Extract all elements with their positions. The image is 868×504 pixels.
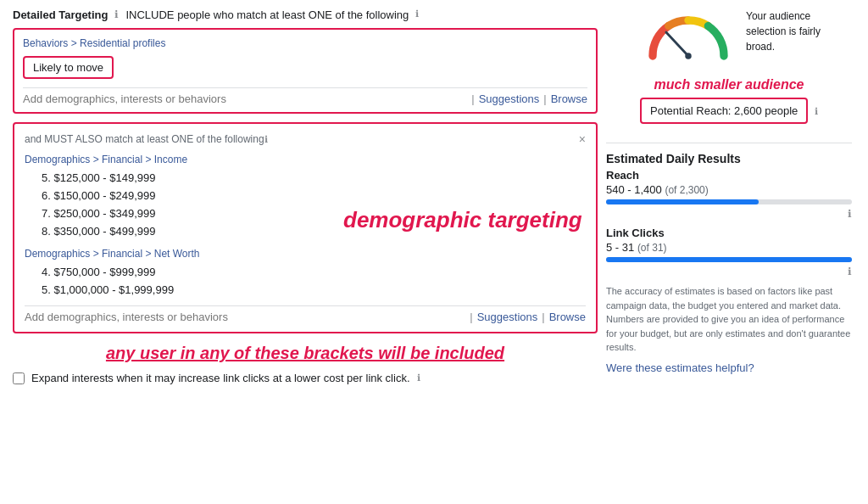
behaviors-link[interactable]: Behaviors > Residential profiles [23, 37, 165, 49]
behavioral-search-input[interactable] [23, 92, 467, 105]
svg-line-0 [666, 32, 688, 56]
income-item-1: 5. $125,000 - $149,999 [42, 169, 586, 187]
net-worth-breadcrumb-link[interactable]: Demographics > Financial > Net Worth [25, 248, 200, 260]
reach-values: 540 - 1,400 (of 2,300) [606, 183, 852, 196]
clicks-label: Link Clicks [606, 227, 852, 239]
likely-to-move-tag[interactable]: Likely to move [23, 56, 114, 79]
clicks-values: 5 - 31 (of 31) [606, 241, 852, 254]
must-match-search-row: | Suggestions | Browse [25, 305, 586, 323]
behavioral-browse-link[interactable]: Browse [551, 92, 587, 105]
expand-interests-checkbox[interactable] [13, 372, 25, 384]
net-worth-item-2: 5. $1,000,000 - $1,999,999 [42, 281, 586, 299]
reach-label: Reach [606, 169, 852, 182]
net-worth-items-list: 4. $750,000 - $999,999 5. $1,000,000 - $… [42, 263, 586, 299]
behavioral-search-row: | Suggestions | Browse [23, 87, 587, 105]
expand-info-icon[interactable]: ℹ [417, 372, 420, 384]
reach-range: 540 - 1,400 [606, 183, 662, 196]
bottom-annotation: any user in any of these brackets will b… [13, 344, 598, 363]
must-match-search-input[interactable] [25, 311, 465, 323]
gauge-svg [637, 8, 739, 68]
clicks-info-row: ℹ [606, 266, 852, 277]
clicks-info-icon[interactable]: ℹ [848, 266, 852, 277]
reach-progress-bar [606, 199, 852, 204]
estimates-helpful-link[interactable]: Were these estimates helpful? [606, 361, 754, 374]
net-worth-breadcrumb: Demographics > Financial > Net Worth [25, 247, 586, 260]
detailed-targeting-label: Detailed Targeting [13, 8, 108, 21]
estimated-daily-title: Estimated Daily Results [606, 152, 852, 165]
income-breadcrumb: Demographics > Financial > Income [25, 153, 586, 165]
reach-progress-fill [606, 199, 759, 204]
right-panel: Your audience selection is fairly broad.… [606, 8, 852, 384]
must-match-suggestions-link[interactable]: Suggestions [477, 311, 538, 323]
income-item-2: 6. $150,000 - $249,999 [42, 187, 586, 204]
demographic-annotation: demographic targeting [343, 207, 582, 233]
clicks-progress-bar [606, 257, 852, 262]
audience-selection-text: Your audience selection is fairly broad. [746, 8, 821, 54]
must-match-divider2: | [542, 311, 544, 323]
expand-interests-label: Expand interests when it may increase li… [31, 372, 410, 384]
audience-text: Your audience selection is fairly broad. [746, 10, 821, 53]
left-panel: Detailed Targeting ℹ INCLUDE people who … [13, 8, 598, 384]
clicks-range: 5 - 31 [606, 241, 634, 254]
gauge-container [637, 8, 739, 70]
reach-info-icon[interactable]: ℹ [848, 208, 852, 220]
behavioral-suggestions-link[interactable]: Suggestions [479, 92, 540, 105]
targeting-header: Detailed Targeting ℹ INCLUDE people who … [13, 8, 598, 21]
estimated-daily-section: Estimated Daily Results Reach 540 - 1,40… [606, 143, 852, 374]
include-text: INCLUDE people who match at least ONE of… [125, 8, 409, 21]
search-divider: | [471, 92, 474, 105]
include-info-icon[interactable]: ℹ [415, 8, 419, 20]
potential-reach-box: Potential Reach: 2,600 people [640, 98, 808, 124]
income-breadcrumb-link[interactable]: Demographics > Financial > Income [25, 154, 187, 165]
search-divider2: | [543, 92, 546, 105]
clicks-of: (of 31) [637, 242, 667, 254]
much-smaller-label: much smaller audience [606, 77, 852, 92]
reach-info-row: ℹ [606, 208, 852, 220]
gauge-row: Your audience selection is fairly broad. [606, 8, 852, 70]
behavioral-breadcrumb: Behaviors > Residential profiles [23, 36, 587, 49]
must-match-browse-link[interactable]: Browse [549, 311, 586, 323]
reach-of: (of 2,300) [665, 184, 708, 196]
expand-interests-row: Expand interests when it may increase li… [13, 372, 598, 384]
must-match-header: and MUST ALSO match at least ONE of the … [25, 132, 586, 146]
must-match-text: and MUST ALSO match at least ONE of the … [25, 133, 264, 145]
detailed-targeting-info-icon[interactable]: ℹ [114, 8, 119, 20]
clicks-progress-fill [606, 257, 852, 262]
must-match-info-icon[interactable]: ℹ [264, 134, 268, 145]
svg-point-1 [685, 53, 691, 59]
must-match-close-button[interactable]: × [579, 132, 586, 146]
potential-reach-info-icon[interactable]: ℹ [815, 106, 818, 116]
accuracy-text: The accuracy of estimates is based on fa… [606, 284, 852, 355]
must-match-divider: | [470, 311, 472, 323]
behavioral-targeting-section: Behaviors > Residential profiles Likely … [13, 28, 598, 114]
net-worth-item-1: 4. $750,000 - $999,999 [42, 263, 586, 281]
